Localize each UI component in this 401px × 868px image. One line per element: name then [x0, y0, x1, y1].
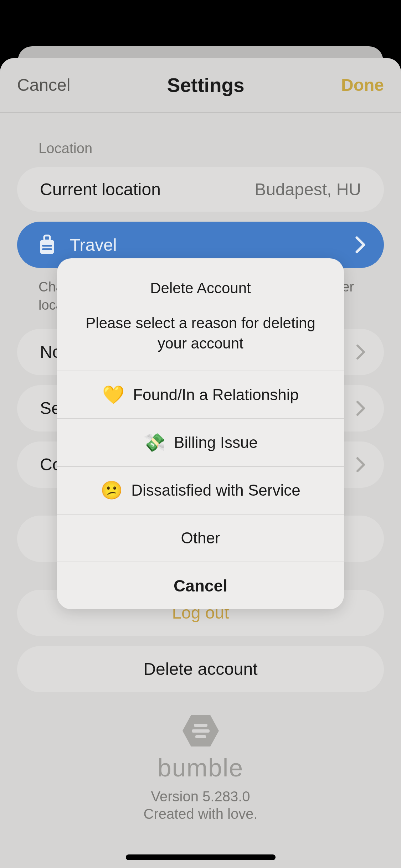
current-location-value: Budapest, HU — [255, 180, 361, 199]
delete-account-button[interactable]: Delete account — [17, 646, 384, 692]
delete-account-alert: Delete Account Please select a reason fo… — [57, 258, 344, 609]
svg-rect-5 — [194, 724, 207, 727]
alert-option-label: Dissatisfied with Service — [131, 481, 300, 499]
suitcase-icon — [38, 234, 56, 255]
alert-option-label: Found/In a Relationship — [133, 386, 299, 404]
svg-rect-1 — [44, 236, 50, 241]
chevron-right-icon — [355, 236, 366, 253]
footer: bumble Version 5.283.0 Created with love… — [17, 702, 384, 822]
alert-header: Delete Account Please select a reason fo… — [57, 258, 344, 371]
chevron-right-icon — [356, 457, 366, 472]
svg-rect-3 — [42, 248, 52, 250]
svg-rect-6 — [192, 729, 210, 733]
alert-cancel-button[interactable]: Cancel — [57, 562, 344, 609]
alert-option-label: Other — [181, 529, 220, 547]
current-location-row[interactable]: Current location Budapest, HU — [17, 167, 384, 212]
heart-icon: 💛 — [102, 384, 124, 405]
svg-rect-2 — [42, 245, 52, 247]
confused-face-icon: 😕 — [101, 480, 123, 501]
chevron-right-icon — [356, 401, 366, 416]
nav-cancel-button[interactable]: Cancel — [17, 75, 70, 95]
current-location-label: Current location — [40, 180, 161, 199]
nav-done-button[interactable]: Done — [341, 75, 384, 95]
bumble-logo-icon — [17, 713, 384, 750]
nav-title: Settings — [167, 74, 245, 97]
chevron-right-icon — [356, 344, 366, 360]
alert-subtitle: Please select a reason for deleting your… — [78, 313, 323, 353]
alert-option-relationship[interactable]: 💛 Found/In a Relationship — [57, 371, 344, 418]
home-indicator[interactable] — [126, 854, 276, 860]
alert-cancel-label: Cancel — [174, 576, 227, 595]
alert-option-other[interactable]: Other — [57, 515, 344, 562]
tagline-text: Created with love. — [17, 806, 384, 822]
location-section-label: Location — [17, 127, 384, 167]
alert-option-billing[interactable]: 💸 Billing Issue — [57, 419, 344, 466]
alert-title: Delete Account — [78, 280, 323, 297]
alert-option-label: Billing Issue — [174, 434, 258, 451]
alert-option-dissatisfied[interactable]: 😕 Dissatisfied with Service — [57, 467, 344, 514]
svg-rect-7 — [195, 735, 206, 738]
delete-account-label: Delete account — [143, 659, 257, 679]
travel-label: Travel — [70, 235, 117, 255]
svg-rect-0 — [40, 240, 54, 254]
nav-bar: Cancel Settings Done — [0, 58, 401, 113]
money-icon: 💸 — [143, 432, 165, 453]
brand-text: bumble — [17, 754, 384, 782]
version-text: Version 5.283.0 — [17, 789, 384, 805]
